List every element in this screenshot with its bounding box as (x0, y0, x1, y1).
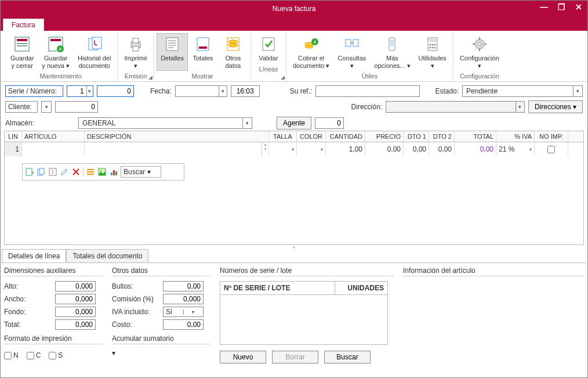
svg-rect-58 (113, 170, 115, 175)
svg-rect-28 (346, 39, 351, 46)
svg-rect-13 (166, 38, 178, 51)
svg-rect-2 (17, 43, 27, 44)
duplicate-line-icon[interactable] (48, 167, 57, 177)
bottom-tabs: Detalles de línea Totales del documento (2, 249, 586, 263)
print-button[interactable]: Imprimir ▾ (120, 33, 151, 71)
svg-point-41 (478, 42, 481, 46)
fecha-label: Fecha: (150, 87, 172, 95)
history-button[interactable]: Historial del documento (74, 33, 115, 71)
utilities-button[interactable]: Utilidades ▾ (415, 33, 451, 71)
bultos-input[interactable] (163, 281, 204, 291)
svg-text:+: + (31, 170, 34, 176)
svg-rect-49 (39, 168, 44, 174)
svg-rect-9 (92, 37, 101, 49)
delete-line-icon[interactable] (71, 167, 81, 177)
svg-rect-16 (168, 45, 176, 46)
comision-input[interactable] (163, 294, 204, 304)
svg-point-34 (429, 44, 431, 46)
svg-rect-52 (87, 169, 94, 170)
svg-rect-53 (87, 171, 94, 172)
lineas-dialog-launcher[interactable]: ◢ (281, 74, 285, 80)
svg-point-37 (429, 47, 431, 49)
svg-rect-5 (50, 39, 61, 41)
svg-rect-14 (168, 40, 176, 41)
acum-title: Acumular sumatorio (112, 334, 210, 344)
buscar-button[interactable]: Buscar (324, 351, 371, 363)
svg-point-35 (431, 44, 433, 46)
direccion-label: Dirección: (351, 103, 382, 111)
serie-select[interactable]: ▾ (67, 85, 93, 97)
validate-button[interactable]: Validar (253, 33, 284, 64)
details-button[interactable]: Detalles (157, 33, 188, 71)
otros-title: Otros datos (112, 267, 210, 276)
svg-rect-57 (111, 172, 112, 175)
total-dim-input[interactable] (55, 319, 96, 330)
almacen-select[interactable]: GENERAL▾ (78, 117, 252, 129)
tab-doc-totals[interactable]: Totales del documento (66, 249, 148, 262)
save-close-button[interactable]: Guardar y cerrar (6, 33, 38, 71)
agente-button[interactable]: Agente (277, 117, 311, 129)
copy-line-icon[interactable] (37, 167, 46, 177)
borrar-button[interactable]: Borrar (272, 351, 318, 363)
chk-n[interactable]: N (4, 351, 19, 359)
dim-title: Dimensiones auxiliares (4, 267, 103, 276)
serie-title: Números de serie / lote (220, 267, 394, 276)
svg-point-38 (431, 47, 433, 49)
line-toolbar: + Buscar ▾ (22, 163, 184, 181)
edit-line-icon[interactable] (60, 167, 69, 177)
estado-select[interactable]: Pendiente▾ (462, 85, 583, 97)
other-data-button[interactable]: Otros datos (218, 33, 248, 71)
save-new-button[interactable]: + Guardar y nueva ▾ (38, 33, 74, 71)
line-search-dropdown[interactable]: Buscar ▾ (121, 166, 161, 178)
ancho-input[interactable] (55, 294, 96, 304)
new-line-icon[interactable]: + (25, 167, 34, 177)
config-button[interactable]: Configuración ▾ (456, 33, 503, 71)
svg-rect-19 (199, 46, 207, 49)
cliente-lookup[interactable]: ▾ (41, 101, 52, 113)
queries-button[interactable]: Consultas ▾ (333, 33, 370, 71)
nuevo-button[interactable]: Nuevo (220, 351, 266, 363)
group-mantenimiento: Guardar y cerrar + Guardar y nueva ▾ His… (4, 33, 118, 81)
direccion-select[interactable]: ▾ (386, 101, 525, 113)
more-options-button[interactable]: Más opciones... ▾ (370, 33, 414, 71)
agente-input[interactable] (315, 117, 344, 129)
grid-row-1[interactable]: 1 ▴▾ ▾ ▾ 1,00 0,00 0,00 0,00 0,00 21 %▾ (5, 142, 583, 156)
maximize-icon[interactable]: ❐ (556, 2, 567, 12)
image-icon[interactable] (97, 167, 107, 177)
chk-c[interactable]: C (27, 351, 41, 359)
list-icon[interactable] (86, 167, 95, 177)
chart-icon[interactable] (109, 167, 118, 177)
cliente-code-input[interactable] (55, 101, 98, 113)
fecha-input[interactable]: ▾ (175, 85, 227, 97)
svg-rect-29 (353, 39, 358, 46)
totals-button[interactable]: Totales (188, 33, 218, 71)
costo-input[interactable] (163, 319, 204, 330)
serie-label-box: Serie / Número: (5, 85, 63, 97)
charge-doc-button[interactable]: + Cobrar el documento ▾ (289, 33, 333, 71)
direcciones-button[interactable]: Direcciones ▾ (528, 100, 583, 113)
svg-rect-11 (133, 38, 139, 43)
tab-factura[interactable]: Factura (3, 19, 44, 31)
numero-input[interactable] (97, 85, 134, 97)
cliente-label-box[interactable]: Cliente: (5, 101, 38, 113)
chk-s[interactable]: S (49, 351, 63, 359)
hora-input[interactable] (231, 85, 260, 97)
fondo-input[interactable] (55, 307, 96, 317)
minimize-icon[interactable]: — (539, 2, 549, 12)
svg-point-39 (434, 47, 435, 49)
ivainc-select[interactable]: Si▾ (163, 307, 204, 317)
svg-point-36 (434, 44, 435, 46)
close-icon[interactable]: ✕ (574, 2, 584, 12)
suref-input[interactable] (315, 85, 420, 97)
details-icon (163, 35, 182, 53)
suref-label: Su ref.: (290, 87, 313, 95)
acum-select[interactable]: ▾ (112, 349, 199, 361)
alto-input[interactable] (55, 281, 96, 291)
group-utiles: + Cobrar el documento ▾ Consultas ▾ Más … (286, 33, 453, 81)
tab-line-details[interactable]: Detalles de línea (2, 249, 66, 262)
svg-rect-17 (168, 47, 174, 48)
serial-grid: Nº DE SERIE / LOTE UNIDADES (220, 281, 388, 345)
emision-dialog-launcher[interactable]: ◢ (148, 74, 153, 80)
save-close-icon (13, 35, 31, 53)
grid-header: LIN ARTÍCULO DESCRIPCIÓN TALLA COLOR CAN… (5, 131, 583, 142)
